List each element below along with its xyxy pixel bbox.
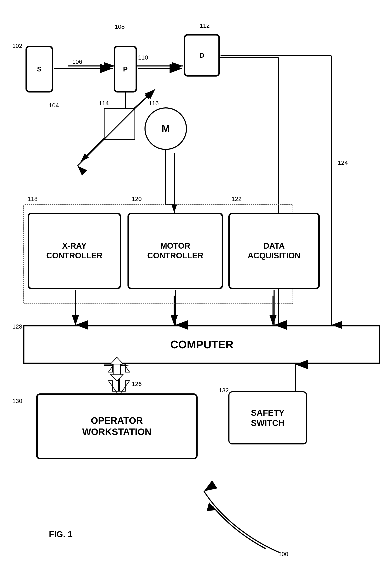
box-D: D	[184, 34, 220, 76]
box-motor-controller: MOTOR CONTROLLER	[127, 213, 223, 289]
ref-118: 118	[28, 196, 38, 203]
ref-132: 132	[219, 387, 229, 394]
ref-112: 112	[200, 22, 210, 29]
box-safety-switch: SAFETY SWITCH	[228, 391, 307, 444]
ref-128: 128	[12, 323, 22, 330]
ref-126: 126	[132, 381, 142, 387]
diagram: 102 S 106 108 P 110 112 D 104 114 116 M …	[0, 0, 392, 568]
ref-120: 120	[132, 196, 142, 203]
ref-104: 104	[49, 102, 59, 109]
ref-102: 102	[12, 43, 22, 49]
svg-line-10	[104, 108, 134, 138]
box-P: P	[114, 46, 137, 92]
box-operator-workstation: OPERATOR WORKSTATION	[36, 393, 197, 459]
ref-108: 108	[115, 23, 125, 30]
ref-124: 124	[338, 160, 348, 166]
box-computer: COMPUTER	[23, 325, 380, 364]
ref-116: 116	[149, 100, 159, 107]
svg-line-11	[81, 138, 104, 162]
fig-label: FIG. 1	[49, 529, 72, 539]
ref-106: 106	[72, 58, 82, 65]
ref-122: 122	[232, 196, 242, 203]
ref-114: 114	[99, 100, 109, 107]
ref-130: 130	[12, 398, 22, 405]
box-data-acquisition: DATA ACQUISITION	[228, 213, 320, 289]
box-M: M	[144, 107, 187, 150]
ref-100: 100	[278, 551, 288, 558]
box-xray-controller: X-RAY CONTROLLER	[28, 213, 121, 289]
svg-rect-9	[104, 108, 134, 138]
ref-110: 110	[138, 54, 148, 61]
box-S: S	[26, 46, 53, 92]
